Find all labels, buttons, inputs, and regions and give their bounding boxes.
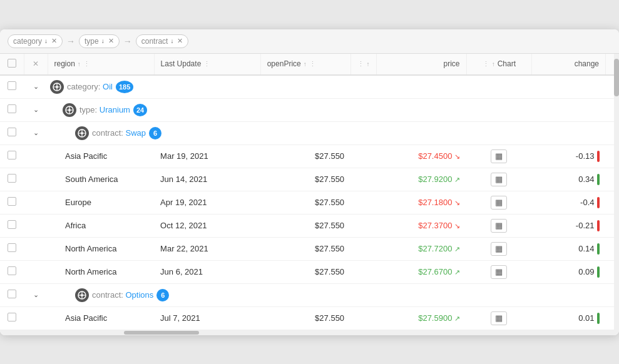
filter-chip-contract[interactable]: contract ↓ ✕: [136, 34, 189, 48]
group-badge: contract: Swap 6: [75, 126, 161, 140]
chip-type-label: type: [84, 37, 99, 46]
price-arrow-icon: ↗: [454, 268, 460, 276]
th-menu2: ⋮ ↑: [350, 54, 376, 75]
th-open-price-menu-icon[interactable]: ⋮: [309, 60, 316, 68]
row-checkbox[interactable]: [8, 243, 16, 252]
filter-chip-type[interactable]: type ↓ ✕: [79, 34, 120, 48]
row-chart: ▦: [466, 144, 532, 168]
row-price: $27.4500 ↘: [376, 144, 466, 168]
th-col5-menu-icon[interactable]: ⋮: [357, 60, 364, 68]
chart-button[interactable]: ▦: [491, 219, 507, 233]
row-checkbox[interactable]: [8, 313, 16, 321]
hscroll-thumb[interactable]: [124, 331, 199, 335]
group-label-cell: contract: Options 6: [48, 283, 619, 306]
chart-button[interactable]: ▦: [491, 242, 507, 256]
chart-button[interactable]: ▦: [491, 196, 507, 210]
th-change-label: change: [575, 59, 599, 68]
group-checkbox[interactable]: [8, 104, 16, 113]
horizontal-scrollbar[interactable]: [0, 330, 619, 335]
chip-contract-arrow: ↓: [170, 38, 173, 44]
expand-all-icon[interactable]: ✕: [31, 59, 41, 68]
th-open-price-label: openPrice: [267, 59, 301, 68]
row-checkbox[interactable]: [8, 197, 16, 206]
price-value: $27.9200: [418, 174, 452, 184]
change-value: 0.01: [578, 313, 594, 323]
group-checkbox[interactable]: [8, 128, 16, 136]
th-region-sort-icon[interactable]: ↑: [78, 61, 81, 68]
group-expand-cell: ⌄: [24, 75, 48, 99]
group-checkbox[interactable]: [8, 81, 16, 90]
header-checkbox[interactable]: [8, 59, 16, 68]
th-open-price-sort-icon[interactable]: ↑: [304, 61, 307, 68]
filter-bar: category ↓ ✕ → type ↓ ✕ → contract ↓ ✕: [0, 29, 619, 54]
row-open-price: $27.550: [260, 144, 350, 168]
group-value: Options: [125, 290, 153, 300]
group-key: contract:: [92, 290, 123, 300]
row-expand: [24, 191, 48, 214]
chip-category-arrow: ↓: [44, 38, 48, 44]
row-cb: [0, 237, 24, 260]
price-value: $27.5900: [418, 313, 452, 323]
filter-chip-category[interactable]: category ↓ ✕: [8, 34, 63, 48]
row-cb: [0, 214, 24, 237]
group-expand-cell: ⌄: [24, 121, 48, 144]
chip-contract-close[interactable]: ✕: [177, 37, 183, 45]
row-col5: [350, 168, 376, 191]
table-row: ⌄ contract: Options 6: [0, 283, 619, 306]
chip-category-close[interactable]: ✕: [51, 37, 57, 45]
svg-point-7: [68, 109, 71, 111]
group-expand-btn[interactable]: ⌄: [30, 128, 41, 139]
chart-button[interactable]: ▦: [491, 149, 507, 163]
group-checkbox[interactable]: [8, 290, 16, 298]
change-bar: [597, 243, 600, 255]
price-arrow-icon: ↘: [454, 222, 460, 230]
th-chart-sort-icon[interactable]: ↑: [492, 61, 495, 68]
th-checkbox: [0, 54, 24, 75]
group-value: Swap: [125, 128, 146, 138]
row-expand: [24, 237, 48, 260]
price-arrow-icon: ↗: [454, 176, 460, 183]
row-chart: ▦: [466, 260, 532, 283]
group-expand-btn[interactable]: ⌄: [30, 81, 41, 93]
group-icon: [63, 103, 76, 117]
group-label: type: Uranium: [79, 105, 130, 114]
row-checkbox[interactable]: [8, 174, 16, 183]
svg-point-19: [81, 294, 83, 296]
price-arrow-icon: ↘: [454, 153, 460, 160]
row-checkbox[interactable]: [8, 266, 16, 275]
group-label-cell: type: Uranium 24: [48, 98, 619, 121]
row-price: $27.1800 ↘: [376, 191, 466, 214]
change-value: -0.4: [580, 198, 594, 207]
th-chart-menu-icon[interactable]: ⋮: [483, 60, 489, 68]
chart-button[interactable]: ▦: [491, 173, 507, 186]
row-checkbox[interactable]: [8, 220, 16, 229]
svg-point-13: [81, 132, 83, 134]
th-last-update-menu-icon[interactable]: ⋮: [203, 60, 210, 68]
group-expand-btn[interactable]: ⌄: [30, 104, 41, 116]
chart-button[interactable]: ▦: [491, 311, 507, 325]
group-cb: [0, 75, 24, 99]
th-change: change: [532, 54, 606, 75]
vertical-scrollbar[interactable]: [614, 54, 619, 330]
chart-button[interactable]: ▦: [491, 265, 507, 279]
group-expand-btn[interactable]: ⌄: [30, 290, 41, 301]
table-row: North America Jun 6, 2021 $27.550 $27.67…: [0, 260, 619, 283]
group-badge: contract: Options 6: [75, 288, 169, 302]
group-value: Uranium: [100, 105, 130, 114]
th-region-menu-icon[interactable]: ⋮: [83, 60, 90, 68]
row-last-update: Jul 7, 2021: [154, 306, 260, 330]
group-count: 6: [149, 127, 161, 139]
group-count: 6: [156, 289, 169, 301]
chip-type-close[interactable]: ✕: [108, 37, 114, 45]
scrollbar-thumb[interactable]: [614, 59, 619, 96]
row-change: -0.21: [532, 214, 606, 237]
th-price: price: [376, 54, 466, 75]
group-cb: [0, 98, 24, 121]
group-expand-cell: ⌄: [24, 283, 48, 306]
table-header-row: ✕ region ↑ ⋮ Last Update ⋮: [0, 54, 619, 75]
row-checkbox[interactable]: [8, 151, 16, 159]
data-table: ✕ region ↑ ⋮ Last Update ⋮: [0, 54, 619, 330]
row-price: $27.3700 ↘: [376, 214, 466, 237]
th-chart-label: Chart: [498, 59, 516, 68]
th-col5-sort-icon[interactable]: ↑: [367, 61, 370, 68]
